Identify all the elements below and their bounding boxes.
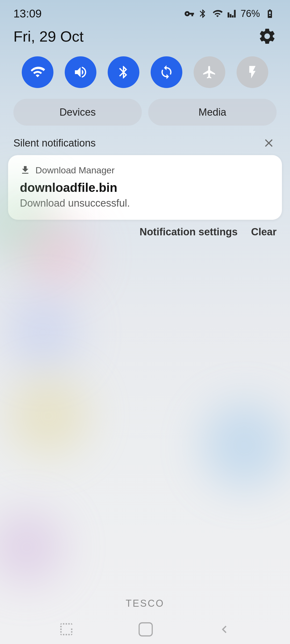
settings-button[interactable] xyxy=(258,27,277,46)
notif-app-row: Download Manager xyxy=(20,165,270,175)
status-icons: 76% xyxy=(184,8,277,19)
bottom-label: TESCO xyxy=(0,598,290,609)
date-label: Fri, 29 Oct xyxy=(13,28,84,45)
media-button[interactable]: Media xyxy=(148,99,277,126)
devices-button[interactable]: Devices xyxy=(13,99,142,126)
sync-toggle[interactable] xyxy=(151,56,182,88)
sound-toggle[interactable] xyxy=(65,56,96,88)
notif-app-name: Download Manager xyxy=(35,165,115,175)
battery-percent: 76% xyxy=(241,8,260,19)
close-silent-button[interactable] xyxy=(261,135,277,151)
notif-title: downloadfile.bin xyxy=(20,180,270,195)
wifi-toggle[interactable] xyxy=(22,56,53,88)
silent-label: Silent notifications xyxy=(13,137,96,149)
flashlight-toggle[interactable] xyxy=(237,56,268,88)
bluetooth-toggle[interactable] xyxy=(108,56,139,88)
recent-apps-button[interactable] xyxy=(58,621,74,637)
signal-icon xyxy=(227,9,237,19)
bluetooth-icon xyxy=(198,9,208,19)
quick-toggles xyxy=(0,54,290,96)
wifi-status-icon xyxy=(211,9,224,19)
home-button[interactable] xyxy=(137,621,154,638)
svg-rect-0 xyxy=(139,623,152,636)
back-button[interactable] xyxy=(217,622,232,637)
clear-button[interactable]: Clear xyxy=(251,226,277,238)
quick-buttons-row: Devices Media xyxy=(0,96,290,126)
status-bar: 13:09 76% xyxy=(0,0,290,21)
silent-notifications-header: Silent notifications xyxy=(0,126,290,155)
status-time: 13:09 xyxy=(13,7,42,20)
download-icon xyxy=(20,165,31,175)
nav-bar xyxy=(0,614,290,644)
battery-icon xyxy=(263,9,277,19)
airplane-toggle[interactable] xyxy=(194,56,225,88)
notif-body: Download unsuccessful. xyxy=(20,197,270,209)
key-icon xyxy=(184,9,194,19)
notification-settings-button[interactable]: Notification settings xyxy=(140,226,238,238)
date-row: Fri, 29 Oct xyxy=(0,21,290,54)
